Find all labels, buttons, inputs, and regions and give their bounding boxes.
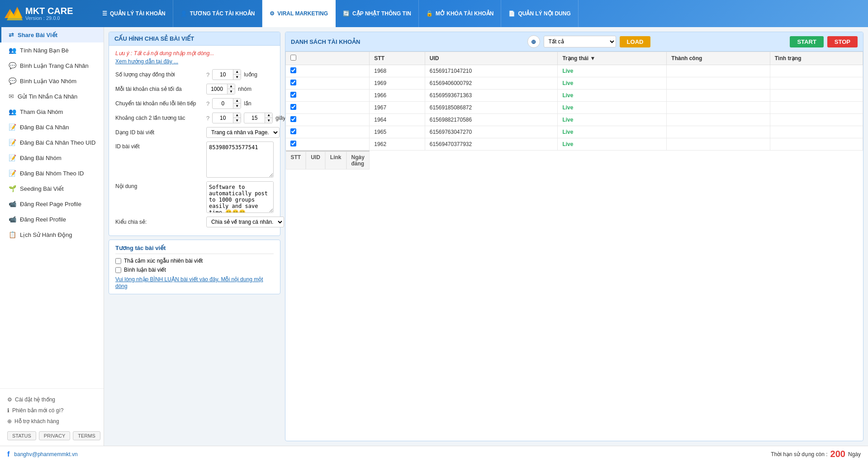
footer-ho-tro[interactable]: ⊕ Hỗ trợ khách hàng xyxy=(7,416,96,427)
kc1-up[interactable]: ▲ xyxy=(233,113,241,118)
status-button[interactable]: STATUS xyxy=(7,431,36,440)
row-checkbox-1968[interactable] xyxy=(290,67,296,73)
luong-down[interactable]: ▼ xyxy=(233,75,241,80)
luong-up[interactable]: ▲ xyxy=(233,70,241,75)
kc1-down[interactable]: ▼ xyxy=(233,118,241,123)
id-bai-viet-input[interactable]: 853980753577541 xyxy=(206,141,274,178)
noi-dung-input[interactable]: Software to automatically post to 1000 g… xyxy=(206,181,274,213)
cell-success xyxy=(667,65,770,77)
tab-tuong-tac-tai-khoan[interactable]: 👤 TƯƠNG TÁC TÀI KHOẢN xyxy=(173,0,263,27)
cell-success xyxy=(667,102,770,114)
tab-icon-5: 🔓 xyxy=(426,10,433,17)
sidebar-item-binh-luan-trang-ca-nhan[interactable]: 💬 Bình Luận Trang Cá Nhân xyxy=(0,58,104,73)
sidebar: ⇄ Share Bài Viết 👥 Tính Năng Bạn Bè 💬 Bì… xyxy=(0,27,104,446)
tab-cap-nhat-thong-tin[interactable]: 🔄 CẬP NHẬT THÔNG TIN xyxy=(336,0,419,27)
cell-success xyxy=(667,138,770,151)
footer-cai-dat[interactable]: ⚙ Cài đặt hệ thống xyxy=(7,394,96,405)
logo: MKT CARE Version : 29.0.0 xyxy=(5,5,95,23)
sidebar-footer: ⚙ Cài đặt hệ thống ℹ Phiên bản mới có gì… xyxy=(0,388,104,446)
nhom-up[interactable]: ▲ xyxy=(228,84,235,89)
sidebar-item-dang-bai-ca-nhan[interactable]: 📝 Đăng Bài Cá Nhân xyxy=(0,119,104,135)
right-panel-title: DANH SÁCH TÀI KHOẢN xyxy=(291,38,360,45)
cell-condition xyxy=(770,65,863,77)
tab-quan-ly-tai-khoan[interactable]: ☰ QUẢN LÝ TÀI KHOẢN xyxy=(95,0,173,27)
help-icon-1[interactable]: ? xyxy=(206,71,209,78)
tab-quan-ly-noi-dung[interactable]: 📄 QUẢN LÝ NỘI DUNG xyxy=(501,0,578,27)
filter-select[interactable]: Tất cả xyxy=(544,36,616,47)
sidebar-item-tham-gia-nhom[interactable]: 👥 Tham Gia Nhóm xyxy=(0,104,104,119)
select-all-checkbox[interactable] xyxy=(290,55,296,61)
sidebar-item-share-bai-viet[interactable]: ⇄ Share Bài Viết xyxy=(0,27,104,42)
field-noi-dung: Nội dung Software to automatically post … xyxy=(115,181,274,213)
comment-group-icon: 💬 xyxy=(9,77,16,85)
col-uid: UID xyxy=(425,52,558,65)
cell-success xyxy=(667,114,770,126)
kc2-up[interactable]: ▲ xyxy=(265,113,272,118)
privacy-button[interactable]: PRIVACY xyxy=(39,431,70,440)
seeding-icon: 🌱 xyxy=(9,185,16,192)
terms-button[interactable]: TERMS xyxy=(73,431,100,440)
lan-input[interactable] xyxy=(213,99,233,108)
start-button[interactable]: START xyxy=(790,36,823,47)
row-checkbox-1969[interactable] xyxy=(290,80,296,85)
account-table-container: STT UID Trạng thái ▼ Thành công Tình trạ… xyxy=(285,52,863,441)
cell-uid: 61569406000792 xyxy=(425,77,558,90)
sidebar-item-gui-tin-nhan-ca-nhan[interactable]: ✉ Gửi Tin Nhắn Cá Nhân xyxy=(0,89,104,104)
khoang-cach-2-input[interactable] xyxy=(244,113,265,123)
sidebar-item-dang-reel-profile[interactable]: 📹 Đăng Reel Profile xyxy=(0,212,104,227)
right-panel-header: DANH SÁCH TÀI KHOẢN ⊕ Tất cả LOAD START … xyxy=(285,32,863,52)
main-content: CẤU HÌNH CHIA SẺ BÀI VIẾT Lưu ý : Tất cả… xyxy=(104,27,868,446)
sidebar-item-dang-bai-ca-nhan-theo-uid[interactable]: 📝 Đăng Bài Cá Nhân Theo UID xyxy=(0,135,104,150)
cell-success xyxy=(667,90,770,102)
logo-brand: MKT CARE xyxy=(25,6,73,15)
row-checkbox-1962[interactable] xyxy=(290,141,296,146)
row-checkbox-1964[interactable] xyxy=(290,116,296,122)
table-row: 1965 61569763047270 Live xyxy=(286,126,863,138)
filter-icon[interactable]: ⊕ xyxy=(527,35,540,48)
kieu-chia-se-select[interactable]: Chia sẻ về trang cá nhân. xyxy=(206,217,284,227)
table-row: 1967 61569185086872 Live xyxy=(286,102,863,114)
col-tinh-trang: Tình trạng xyxy=(770,52,863,65)
join-group-icon: 👥 xyxy=(9,108,16,115)
interaction-title: Tương tác bài viết xyxy=(115,245,274,254)
sidebar-item-dang-bai-nhom[interactable]: 📝 Đăng Bài Nhóm xyxy=(0,150,104,165)
cam-xuc-checkbox[interactable] xyxy=(115,258,121,264)
dang-id-select[interactable]: Trang cá nhân và Page. xyxy=(206,127,280,138)
config-panel: CẤU HÌNH CHIA SẺ BÀI VIẾT Lưu ý : Tất cả… xyxy=(109,32,280,236)
sidebar-item-seeding-bai-viet[interactable]: 🌱 Seeding Bài Viết xyxy=(0,181,104,196)
sidebar-item-lich-su-hanh-dong[interactable]: 📋 Lịch Sử Hành Động xyxy=(0,227,104,242)
load-button[interactable]: LOAD xyxy=(620,36,651,47)
luong-input[interactable] xyxy=(213,70,233,79)
sidebar-item-dang-reel-page-profile[interactable]: 📹 Đăng Reel Page Profile xyxy=(0,196,104,212)
footer-phien-ban[interactable]: ℹ Phiên bản mới có gì? xyxy=(7,405,96,416)
cell-condition xyxy=(770,138,863,151)
footer-uid: UID xyxy=(306,151,325,170)
cell-status: Live xyxy=(558,77,667,90)
binh-luan-checkbox[interactable] xyxy=(115,267,121,273)
cell-uid: 61569763047270 xyxy=(425,126,558,138)
share-icon: ⇄ xyxy=(9,31,14,38)
tab-viral-marketing[interactable]: ⚙ VIRAL MARKETING xyxy=(262,0,336,27)
sidebar-item-tinh-nang-ban-be[interactable]: 👥 Tính Năng Bạn Bè xyxy=(0,42,104,58)
footer-ngay-dang: Ngày đăng xyxy=(346,151,370,170)
row-checkbox-1967[interactable] xyxy=(290,104,296,110)
sidebar-item-dang-bai-nhom-theo-id[interactable]: 📝 Đăng Bài Nhóm Theo ID xyxy=(0,165,104,181)
help-icon-3[interactable]: ? xyxy=(206,115,209,122)
footer-stt: STT xyxy=(286,151,306,170)
sidebar-item-binh-luan-vao-nhom[interactable]: 💬 Bình Luận Vào Nhóm xyxy=(0,73,104,89)
guide-link[interactable]: Xem hướng dẫn tại đây ... xyxy=(115,58,274,65)
nhom-down[interactable]: ▼ xyxy=(228,89,235,94)
lan-up[interactable]: ▲ xyxy=(233,99,241,104)
stop-button[interactable]: STOP xyxy=(827,36,858,47)
help-icon-2[interactable]: ? xyxy=(206,100,209,107)
tab-mo-khoa-tai-khoan[interactable]: 🔓 MỞ KHÓA TÀI KHOẢN xyxy=(419,0,502,27)
row-checkbox-1965[interactable] xyxy=(290,128,296,134)
khoang-cach-1-input[interactable] xyxy=(213,113,233,123)
days-unit: Ngày xyxy=(848,451,861,457)
checkbox-cam-xuc: Thả cảm xúc ngẫu nhiên bài viết xyxy=(115,258,274,264)
nhom-input[interactable] xyxy=(207,85,227,94)
row-checkbox-1966[interactable] xyxy=(290,92,296,98)
lan-down[interactable]: ▼ xyxy=(233,104,241,108)
post-group-id-icon: 📝 xyxy=(9,170,16,177)
kc2-down[interactable]: ▼ xyxy=(265,118,272,123)
